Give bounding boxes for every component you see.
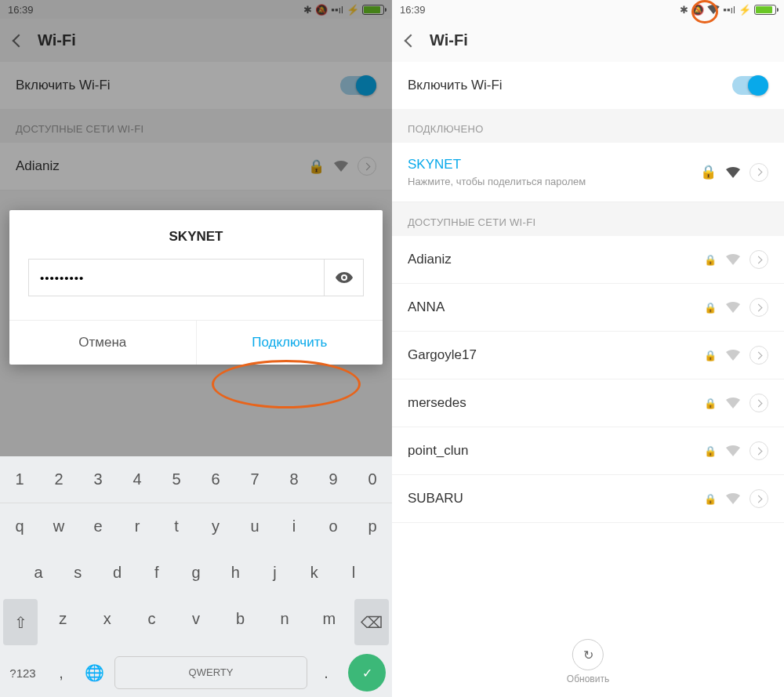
wifi-signal-icon bbox=[726, 398, 740, 408]
network-name: SUBARU bbox=[408, 491, 695, 506]
key-y[interactable]: y bbox=[196, 503, 235, 550]
wifi-signal-icon bbox=[726, 254, 740, 265]
key-z[interactable]: z bbox=[41, 596, 85, 642]
key-a[interactable]: a bbox=[19, 550, 58, 596]
lock-icon: 🔒 bbox=[704, 445, 717, 457]
key-f[interactable]: f bbox=[137, 550, 176, 596]
globe-icon[interactable]: 🌐 bbox=[77, 650, 111, 696]
wifi-signal-icon bbox=[726, 167, 740, 178]
kb-row-3: ⇧ zxcvbnm ⌫ bbox=[0, 596, 392, 648]
network-name: Gargoyle17 bbox=[408, 347, 695, 363]
status-time: 16:39 bbox=[400, 4, 426, 16]
password-input[interactable] bbox=[29, 271, 324, 285]
period-key[interactable]: . bbox=[310, 650, 342, 696]
kb-row-1: qwertyuiop bbox=[0, 503, 392, 550]
details-arrow-icon[interactable] bbox=[750, 298, 768, 317]
symbols-key[interactable]: ?123 bbox=[0, 650, 45, 696]
key-n[interactable]: n bbox=[263, 596, 307, 642]
status-icons: ✱ 🔕 ▪▪ıl ⚡ bbox=[680, 4, 776, 16]
key-5[interactable]: 5 bbox=[157, 456, 196, 503]
key-1[interactable]: 1 bbox=[0, 456, 39, 503]
network-name: point_clun bbox=[408, 443, 695, 459]
network-row[interactable]: ANNA🔒 bbox=[392, 284, 784, 332]
backspace-key[interactable]: ⌫ bbox=[354, 599, 389, 645]
key-d[interactable]: d bbox=[97, 550, 136, 596]
shift-key[interactable]: ⇧ bbox=[3, 599, 38, 645]
toggle-switch[interactable] bbox=[732, 76, 768, 95]
key-v[interactable]: v bbox=[174, 596, 219, 642]
refresh-label: Обновить bbox=[567, 673, 609, 684]
network-row[interactable]: Adianiz🔒 bbox=[392, 236, 784, 284]
back-icon[interactable] bbox=[405, 34, 418, 47]
connect-button[interactable]: Подключить bbox=[197, 321, 383, 365]
key-4[interactable]: 4 bbox=[118, 456, 157, 503]
key-6[interactable]: 6 bbox=[196, 456, 235, 503]
network-row[interactable]: Gargoyle17🔒 bbox=[392, 332, 784, 379]
screen-right: 16:39 ✱ 🔕 ▪▪ıl ⚡ Wi-Fi Включить Wi-Fi ПО… bbox=[392, 0, 784, 697]
network-name: Adianiz bbox=[408, 252, 695, 267]
key-3[interactable]: 3 bbox=[78, 456, 118, 503]
lock-icon: 🔒 bbox=[704, 398, 717, 409]
network-row[interactable]: point_clun🔒 bbox=[392, 427, 784, 475]
key-x[interactable]: x bbox=[85, 596, 130, 642]
key-2[interactable]: 2 bbox=[39, 456, 78, 503]
network-row[interactable]: mersedes🔒 bbox=[392, 379, 784, 427]
key-j[interactable]: j bbox=[255, 550, 294, 596]
space-key[interactable]: QWERTY bbox=[114, 656, 307, 689]
bluetooth-icon: ✱ bbox=[680, 4, 688, 16]
details-arrow-icon[interactable] bbox=[750, 394, 768, 412]
kb-row-nums: 1234567890 bbox=[0, 456, 392, 503]
details-arrow-icon[interactable] bbox=[750, 346, 768, 365]
key-r[interactable]: r bbox=[118, 503, 157, 550]
network-hint: Нажмите, чтобы поделиться паролем bbox=[408, 176, 691, 187]
key-s[interactable]: s bbox=[58, 550, 97, 596]
header: Wi-Fi bbox=[392, 19, 784, 62]
key-e[interactable]: e bbox=[78, 503, 118, 550]
password-dialog: SKYNET Отмена Подключить bbox=[9, 210, 383, 365]
details-arrow-icon[interactable] bbox=[750, 489, 768, 508]
key-t[interactable]: t bbox=[157, 503, 196, 550]
details-arrow-icon[interactable] bbox=[750, 250, 768, 269]
wifi-signal-icon bbox=[726, 350, 740, 361]
key-q[interactable]: q bbox=[0, 503, 39, 550]
dialog-buttons: Отмена Подключить bbox=[9, 320, 383, 365]
key-l[interactable]: l bbox=[334, 550, 373, 596]
network-row[interactable]: SUBARU🔒 bbox=[392, 475, 784, 523]
key-w[interactable]: w bbox=[39, 503, 78, 550]
lock-icon: 🔒 bbox=[704, 493, 717, 505]
kb-row-2: asdfghjkl bbox=[0, 550, 392, 596]
key-0[interactable]: 0 bbox=[353, 456, 392, 503]
key-c[interactable]: c bbox=[129, 596, 174, 642]
lock-icon: 🔒 bbox=[704, 350, 717, 361]
show-password-icon[interactable] bbox=[324, 260, 363, 296]
key-8[interactable]: 8 bbox=[274, 456, 314, 503]
password-row bbox=[28, 259, 364, 296]
key-m[interactable]: m bbox=[307, 596, 351, 642]
key-7[interactable]: 7 bbox=[235, 456, 274, 503]
key-u[interactable]: u bbox=[235, 503, 274, 550]
refresh-button[interactable]: ↻ Обновить bbox=[567, 639, 609, 684]
refresh-icon: ↻ bbox=[572, 639, 604, 670]
key-g[interactable]: g bbox=[176, 550, 216, 596]
network-name: ANNA bbox=[408, 299, 695, 315]
wifi-signal-icon bbox=[726, 445, 740, 456]
status-bar: 16:39 ✱ 🔕 ▪▪ıl ⚡ bbox=[392, 0, 784, 19]
wifi-toggle-row[interactable]: Включить Wi-Fi bbox=[392, 62, 784, 109]
cancel-button[interactable]: Отмена bbox=[9, 321, 197, 365]
key-k[interactable]: k bbox=[295, 550, 334, 596]
connected-network-row[interactable]: SKYNET Нажмите, чтобы поделиться паролем… bbox=[392, 143, 784, 202]
details-arrow-icon[interactable] bbox=[750, 441, 768, 460]
key-i[interactable]: i bbox=[274, 503, 314, 550]
network-name: mersedes bbox=[408, 395, 695, 411]
key-9[interactable]: 9 bbox=[314, 456, 353, 503]
key-b[interactable]: b bbox=[218, 596, 263, 642]
key-h[interactable]: h bbox=[216, 550, 255, 596]
comma-key[interactable]: , bbox=[45, 650, 77, 696]
key-p[interactable]: p bbox=[353, 503, 392, 550]
details-arrow-icon[interactable] bbox=[750, 163, 768, 182]
key-o[interactable]: o bbox=[314, 503, 353, 550]
network-list: Adianiz🔒ANNA🔒Gargoyle17🔒mersedes🔒point_c… bbox=[392, 236, 784, 523]
section-connected: ПОДКЛЮЧЕНО bbox=[392, 109, 784, 143]
enter-key[interactable]: ✓ bbox=[348, 654, 386, 692]
wifi-toggle-label: Включить Wi-Fi bbox=[408, 78, 503, 93]
